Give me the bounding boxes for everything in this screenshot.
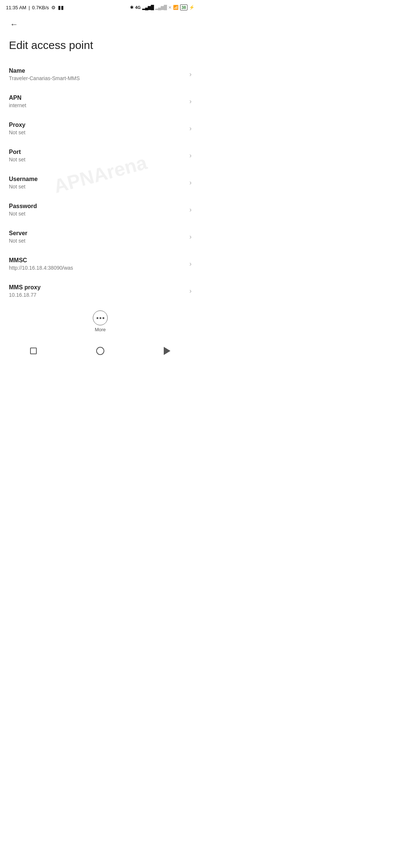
more-dot-2 (100, 317, 101, 319)
settings-item-port-content: Port Not set (9, 149, 186, 162)
settings-item-username[interactable]: Username Not set › (0, 169, 200, 196)
signal-bars-icon: ▂▄▆█ (142, 5, 154, 10)
settings-icon: ⚙ (51, 5, 56, 10)
settings-item-password-label: Password (9, 203, 186, 210)
nav-home-button[interactable] (92, 343, 108, 359)
settings-item-server-content: Server Not set (9, 230, 186, 244)
settings-item-name[interactable]: Name Traveler-Canarias-Smart-MMS › (0, 61, 200, 88)
settings-item-password-value: Not set (9, 211, 186, 217)
settings-item-port[interactable]: Port Not set › (0, 142, 200, 169)
settings-item-mms-proxy-value: 10.16.18.77 (9, 292, 186, 298)
nav-recents-button[interactable] (25, 343, 42, 359)
settings-item-password[interactable]: Password Not set › (0, 196, 200, 223)
bolt-icon: ⚡ (189, 5, 195, 10)
settings-item-name-content: Name Traveler-Canarias-Smart-MMS (9, 68, 186, 81)
settings-item-port-value: Not set (9, 157, 186, 162)
toolbar: ← (0, 13, 200, 34)
settings-item-mmsc-content: MMSC http://10.16.18.4:38090/was (9, 257, 186, 271)
more-dot-3 (102, 317, 104, 319)
back-arrow-icon: ← (10, 20, 18, 29)
settings-item-username-content: Username Not set (9, 176, 186, 190)
settings-item-mms-proxy-content: MMS proxy 10.16.18.77 (9, 284, 186, 298)
more-dot-1 (97, 317, 98, 319)
settings-list: Name Traveler-Canarias-Smart-MMS › APN i… (0, 61, 200, 305)
settings-item-mms-proxy[interactable]: MMS proxy 10.16.18.77 › (0, 277, 200, 305)
chevron-right-icon: › (189, 287, 192, 295)
settings-item-name-label: Name (9, 68, 186, 74)
settings-item-server-value: Not set (9, 238, 186, 244)
bluetooth-icon: ✱ (130, 5, 134, 10)
chevron-right-icon: › (189, 206, 192, 214)
status-left: 11:35 AM | 0.7KB/s ⚙ ▮▮ (6, 4, 64, 10)
chevron-right-icon: › (189, 233, 192, 241)
signal-x-icon: ✕ (168, 5, 172, 10)
more-label: More (95, 327, 106, 332)
status-bar: 11:35 AM | 0.7KB/s ⚙ ▮▮ ✱ 4G ▂▄▆█ ▂▄▆█ ✕… (0, 0, 200, 13)
status-network: 0.7KB/s (32, 5, 49, 10)
settings-item-mmsc-value: http://10.16.18.4:38090/was (9, 265, 186, 271)
settings-item-server[interactable]: Server Not set › (0, 223, 200, 250)
settings-item-username-value: Not set (9, 184, 186, 190)
battery-indicator: 38 (180, 4, 188, 10)
settings-item-apn-content: APN internet (9, 95, 186, 108)
settings-item-apn[interactable]: APN internet › (0, 88, 200, 115)
page-title: Edit access point (0, 34, 200, 61)
settings-item-mmsc-label: MMSC (9, 257, 186, 264)
settings-item-server-label: Server (9, 230, 186, 237)
settings-item-proxy-label: Proxy (9, 122, 186, 128)
chevron-right-icon: › (189, 260, 192, 268)
chevron-right-icon: › (189, 179, 192, 187)
settings-item-apn-label: APN (9, 95, 186, 101)
settings-item-port-label: Port (9, 149, 186, 155)
nav-recents-icon (30, 348, 37, 354)
chevron-right-icon: › (189, 125, 192, 132)
settings-item-name-value: Traveler-Canarias-Smart-MMS (9, 75, 186, 81)
status-time: 11:35 AM (6, 5, 26, 10)
nav-home-icon (96, 347, 104, 355)
settings-item-mms-proxy-label: MMS proxy (9, 284, 186, 291)
more-button[interactable]: More (0, 305, 200, 335)
settings-item-mmsc[interactable]: MMSC http://10.16.18.4:38090/was › (0, 250, 200, 277)
settings-item-apn-value: internet (9, 102, 186, 108)
settings-item-proxy-content: Proxy Not set (9, 122, 186, 135)
status-right: ✱ 4G ▂▄▆█ ▂▄▆█ ✕ 📶 38 ⚡ (130, 4, 195, 10)
nav-back-icon (164, 347, 170, 355)
signal-bars2-icon: ▂▄▆█ (155, 5, 167, 10)
settings-item-username-label: Username (9, 176, 186, 183)
settings-item-proxy-value: Not set (9, 129, 186, 135)
chevron-right-icon: › (189, 152, 192, 160)
more-circle-icon (93, 310, 108, 325)
nav-bar (0, 338, 200, 365)
settings-item-password-content: Password Not set (9, 203, 186, 217)
video-icon: ▮▮ (58, 4, 64, 10)
wifi-icon: 📶 (173, 5, 179, 10)
chevron-right-icon: › (189, 98, 192, 105)
nav-back-button[interactable] (159, 343, 175, 359)
chevron-right-icon: › (189, 70, 192, 78)
status-separator: | (29, 5, 30, 10)
signal-4g-icon: 4G (135, 5, 141, 10)
battery-level: 38 (182, 5, 186, 10)
back-button[interactable]: ← (6, 16, 22, 33)
settings-item-proxy[interactable]: Proxy Not set › (0, 115, 200, 142)
